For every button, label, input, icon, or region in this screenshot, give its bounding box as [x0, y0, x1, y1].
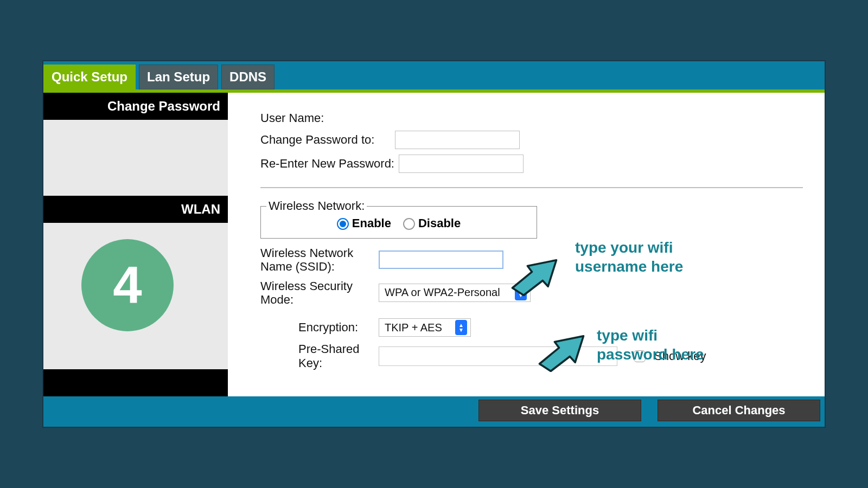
select-stepper-icon: ▲▼ [515, 285, 527, 300]
step-number-badge: 4 [81, 239, 174, 331]
router-admin-frame: Quick Setup Lan Setup DDNS Change Passwo… [43, 61, 825, 427]
tab-lan-setup[interactable]: Lan Setup [139, 65, 218, 89]
radio-enable-label: Enable [352, 216, 391, 230]
label-ssid: Wireless Network Name (SSID): [260, 246, 374, 274]
radio-disable-label: Disable [418, 216, 461, 230]
radio-icon [403, 218, 415, 230]
tab-ddns[interactable]: DDNS [221, 65, 275, 89]
sidebar-header-change-password: Change Password [43, 93, 228, 120]
footer-bar: Save Settings Cancel Changes [43, 396, 825, 427]
label-security-mode: Wireless Security Mode: [260, 279, 374, 307]
input-reenter-password[interactable] [399, 155, 524, 173]
select-encryption-value: TKIP + AES [385, 322, 442, 334]
annotation-psk: type wifi password here [597, 326, 722, 364]
radio-enable[interactable]: Enable [337, 216, 391, 230]
cancel-changes-button[interactable]: Cancel Changes [658, 400, 820, 421]
main-panel: User Name: Change Password to: Re-Enter … [228, 93, 825, 396]
legend-wireless: Wireless Network: [266, 199, 367, 213]
label-change-password: Change Password to: [260, 133, 391, 147]
annotation-ssid: type your wifi username here [575, 238, 716, 276]
tab-quick-setup[interactable]: Quick Setup [43, 65, 136, 89]
select-stepper-icon: ▲▼ [455, 320, 467, 335]
save-settings-button[interactable]: Save Settings [478, 400, 641, 421]
input-ssid[interactable] [379, 251, 503, 269]
select-encryption[interactable]: TKIP + AES ▲▼ [379, 318, 471, 337]
section-divider [260, 187, 803, 188]
radio-icon [337, 218, 349, 230]
select-security-mode-value: WPA or WPA2-Personal [385, 286, 500, 299]
radio-disable[interactable]: Disable [403, 216, 461, 230]
input-psk[interactable] [379, 346, 617, 366]
label-psk: Pre-Shared Key: [298, 342, 374, 370]
label-reenter-password: Re-Enter New Password: [260, 157, 394, 171]
sidebar-header-wlan: WLAN [43, 196, 228, 223]
input-change-password[interactable] [395, 131, 520, 149]
label-username: User Name: [260, 111, 391, 125]
sidebar-footer-bar [43, 369, 228, 396]
fieldset-wireless-network: Wireless Network: Enable Disable [260, 199, 537, 239]
tab-bar: Quick Setup Lan Setup DDNS [43, 61, 825, 93]
sidebar: Change Password WLAN 4 [43, 93, 228, 396]
select-security-mode[interactable]: WPA or WPA2-Personal ▲▼ [379, 284, 531, 302]
label-encryption: Encryption: [298, 320, 374, 335]
